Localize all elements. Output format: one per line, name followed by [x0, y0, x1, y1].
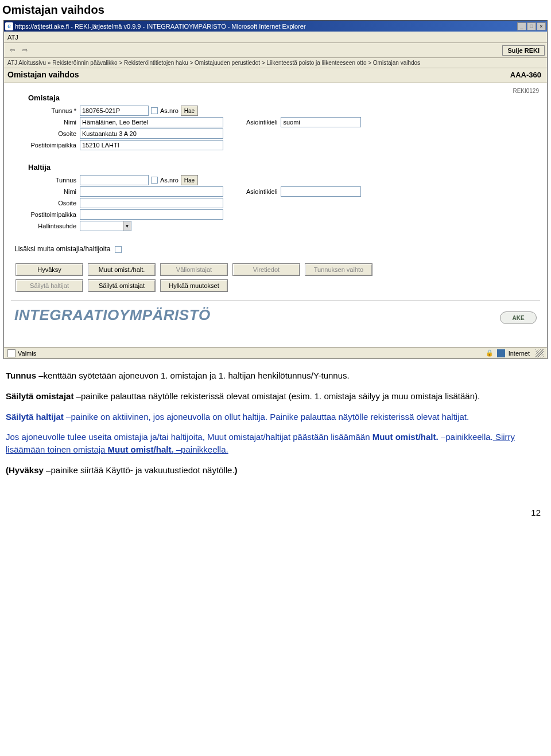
internet-zone-icon [497, 349, 505, 357]
document-body-text: Tunnus –kenttään syötetään ajoneuvon 1. … [0, 359, 551, 477]
haltija-hae-button[interactable]: Hae [181, 175, 198, 185]
tunnuksen-vaihto-button: Tunnuksen vaihto [305, 263, 372, 276]
muut-omist-halt-button[interactable]: Muut omist./halt. [88, 263, 156, 276]
haltija-asiointikieli-input[interactable] [281, 186, 361, 197]
tunnus-label: Tunnus * [11, 107, 80, 114]
page-number: 12 [0, 485, 551, 523]
chevron-down-icon: ▼ [123, 221, 131, 231]
hyvaksy-button[interactable]: Hyväksy [15, 263, 83, 276]
document-heading: Omistajan vaihdos [0, 0, 551, 20]
page-header: Omistajan vaihdos AAA-360 [4, 68, 547, 83]
haltija-heading: Haltija [28, 163, 540, 172]
breadcrumb: ATJ Aloitussivu » Rekisteröinnin päävali… [4, 58, 547, 68]
content-area: REKI0129 Omistaja Tunnus * As.nro Hae Ni… [4, 83, 547, 347]
haltija-asnro-label: As.nro [160, 177, 179, 184]
status-net-text: Internet [509, 350, 530, 357]
page-code: AAA-360 [510, 71, 541, 79]
haltija-postitoimipaikka-label: Postitoimipaikka [11, 211, 80, 218]
status-bar: Valmis 🔒 Internet [4, 347, 547, 358]
menu-atj[interactable]: ATJ [7, 34, 18, 41]
window-title: https://atjtesti.ake.fi - REKI-järjestel… [15, 23, 517, 30]
viretiedot-button: Viretiedot [232, 263, 300, 276]
back-button[interactable]: ⇦ [6, 45, 18, 56]
lisaksi-label: Lisäksi muita omistajia/haltijoita [14, 245, 110, 253]
resize-grip[interactable] [536, 349, 544, 357]
minimize-button[interactable]: _ [517, 22, 526, 30]
lisaksi-checkbox[interactable] [115, 246, 122, 253]
ie-icon: e [5, 22, 13, 30]
status-text: Valmis [18, 350, 36, 357]
haltija-tunnus-label: Tunnus [11, 177, 80, 184]
hallintasuhde-select[interactable]: ▼ [80, 221, 131, 231]
omistaja-postitoimipaikka-input[interactable] [80, 140, 223, 150]
environment-title: INTEGRAATIOYMPÄRISTÖ [14, 306, 211, 324]
valiomistajat-button: Väliomistajat [160, 263, 228, 276]
window-titlebar: e https://atjtesti.ake.fi - REKI-järjest… [4, 21, 547, 32]
ake-logo: AKE [500, 311, 537, 324]
hylkaa-muutokset-button[interactable]: Hylkää muutokset [160, 279, 228, 292]
sailyta-omistajat-button[interactable]: Säilytä omistajat [88, 279, 156, 292]
haltija-osoite-label: Osoite [11, 200, 80, 206]
hallintasuhde-label: Hallintasuhde [11, 223, 80, 229]
close-button[interactable]: × [537, 22, 546, 30]
postitoimipaikka-label: Postitoimipaikka [11, 142, 80, 149]
screen-code: REKI0129 [513, 88, 539, 94]
omistaja-tunnus-input[interactable] [80, 106, 149, 116]
haltija-nimi-label: Nimi [11, 188, 80, 195]
haltija-nimi-input[interactable] [80, 186, 223, 197]
asnro-label: As.nro [160, 107, 179, 114]
asiointikieli-label: Asiointikieli [246, 119, 277, 126]
omistaja-heading: Omistaja [28, 93, 540, 102]
omistaja-asiointikieli-input[interactable] [281, 117, 361, 127]
omistaja-hae-button[interactable]: Hae [181, 106, 198, 116]
haltija-osoite-input[interactable] [80, 198, 223, 208]
haltija-tunnus-input[interactable] [80, 175, 149, 185]
menu-bar: ATJ [4, 32, 547, 43]
sulje-reki-button[interactable]: Sulje REKI [502, 45, 545, 56]
omistaja-nimi-input[interactable] [80, 117, 223, 127]
lock-icon: 🔒 [486, 349, 494, 357]
omistaja-asnro-checkbox[interactable] [151, 107, 158, 114]
omistaja-osoite-input[interactable] [80, 128, 223, 139]
osoite-label: Osoite [11, 130, 80, 137]
page-title: Omistajan vaihdos [7, 70, 79, 79]
haltija-postitoimipaikka-input[interactable] [80, 209, 223, 220]
sailyta-haltijat-button: Säilytä haltijat [15, 279, 83, 292]
restore-button[interactable]: □ [527, 22, 536, 30]
browser-window: e https://atjtesti.ake.fi - REKI-järjest… [3, 20, 548, 359]
status-icon [7, 349, 15, 357]
navigation-toolbar: ⇦ ⇨ Sulje REKI [4, 43, 547, 58]
haltija-asnro-checkbox[interactable] [151, 177, 158, 184]
forward-button[interactable]: ⇨ [19, 45, 30, 56]
nimi-label: Nimi [11, 119, 80, 126]
haltija-asiointikieli-label: Asiointikieli [246, 188, 277, 195]
